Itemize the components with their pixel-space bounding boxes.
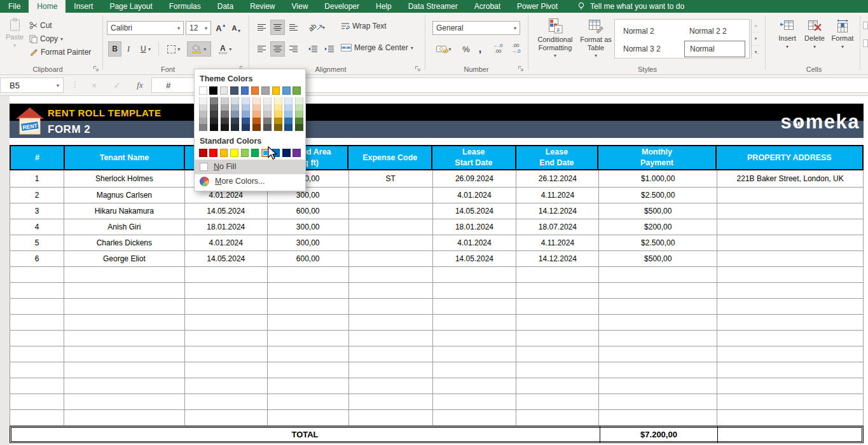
table-cell[interactable] [599, 378, 717, 394]
table-cell[interactable]: 221B Baker Street, London, UK [717, 170, 864, 187]
theme-variant-swatch[interactable] [242, 118, 250, 125]
theme-variant-swatch[interactable] [210, 118, 218, 125]
table-cell[interactable]: $500,00 [599, 203, 717, 219]
tab-power-pivot[interactable]: Power Pivot [509, 0, 566, 13]
standard-color-swatch[interactable] [220, 149, 228, 157]
percent-style-button[interactable]: % [459, 41, 473, 57]
table-cell[interactable] [10, 315, 64, 330]
table-cell[interactable] [349, 235, 433, 250]
theme-color-swatch[interactable] [251, 86, 259, 95]
theme-variant-swatch[interactable] [199, 97, 207, 104]
theme-variant-swatch[interactable] [210, 124, 218, 131]
table-cell[interactable]: 14.05.2024 [433, 251, 517, 266]
theme-variant-swatch[interactable] [284, 104, 293, 111]
table-cell[interactable] [10, 267, 64, 282]
increase-indent-button[interactable] [322, 41, 337, 57]
fill-color-button[interactable]: ▾ [187, 41, 211, 57]
table-cell[interactable] [268, 267, 349, 282]
theme-variant-swatch[interactable] [199, 104, 207, 111]
table-cell[interactable] [64, 299, 185, 314]
table-cell[interactable] [717, 394, 864, 409]
theme-color-swatch[interactable] [261, 86, 270, 95]
table-cell[interactable] [349, 362, 433, 378]
table-cell[interactable] [516, 410, 599, 425]
table-cell[interactable] [599, 283, 717, 298]
theme-variant-swatch[interactable] [231, 118, 239, 125]
tell-me-box[interactable]: Tell me what you want to do [577, 0, 684, 13]
theme-variant-swatch[interactable] [242, 111, 250, 118]
table-cell[interactable]: 14.12.2024 [516, 203, 599, 219]
header-cell[interactable]: Monthly Payment [598, 146, 716, 169]
table-cell[interactable] [185, 299, 268, 314]
table-cell[interactable] [10, 346, 64, 362]
theme-variant-swatch[interactable] [221, 97, 229, 104]
table-cell[interactable] [433, 410, 517, 425]
table-cell[interactable]: $200,00 [599, 219, 717, 235]
table-cell[interactable]: ST [349, 170, 433, 187]
table-cell[interactable]: Hikaru Nakamura [64, 203, 185, 219]
header-cell[interactable]: Tenant Name [65, 146, 185, 169]
standard-color-swatch[interactable] [230, 149, 238, 157]
theme-variant-swatch[interactable] [231, 97, 239, 104]
theme-variant-swatch[interactable] [231, 124, 239, 131]
align-top-button[interactable] [254, 20, 269, 35]
format-as-table-button[interactable]: Format as Table ▾ [577, 18, 614, 58]
table-cell[interactable] [10, 378, 64, 394]
gallery-scroll-down[interactable]: ▼ [752, 32, 760, 46]
theme-variant-swatch[interactable] [242, 104, 250, 111]
table-cell[interactable]: 4.11.2024 [516, 235, 599, 250]
style-normal-selected[interactable]: Normal [684, 41, 745, 57]
italic-button[interactable]: I [123, 41, 134, 57]
table-cell[interactable] [717, 378, 864, 394]
table-cell[interactable]: 1 [10, 170, 64, 187]
table-cell[interactable] [349, 267, 433, 282]
table-cell[interactable]: 14.05.2024 [185, 251, 268, 266]
theme-color-swatch[interactable] [293, 86, 301, 95]
bold-button[interactable]: B [108, 41, 121, 57]
alignment-dialog-launcher[interactable] [415, 65, 422, 72]
style-normal-3-2[interactable]: Normal 3 2 [618, 41, 679, 57]
format-painter-button[interactable]: Format Painter [29, 46, 91, 58]
header-cell[interactable]: Lease Start Date [432, 146, 516, 169]
table-cell[interactable] [64, 394, 185, 409]
wrap-text-button[interactable]: Wrap Text [341, 20, 387, 32]
table-cell[interactable]: 26.12.2024 [516, 170, 599, 187]
table-cell[interactable] [717, 315, 864, 330]
table-cell[interactable] [268, 331, 349, 346]
gallery-scroll-up[interactable]: ▲ [752, 19, 760, 32]
font-size-combo[interactable]: 12▾ [186, 21, 211, 35]
table-cell[interactable] [433, 346, 517, 362]
insert-function-button[interactable]: fx [130, 78, 150, 93]
cut-button[interactable]: Cut [29, 19, 52, 32]
table-cell[interactable] [10, 362, 64, 378]
table-cell[interactable] [599, 315, 717, 330]
tab-home[interactable]: Home [29, 0, 65, 13]
theme-variant-swatch[interactable] [199, 111, 207, 118]
no-fill-option[interactable]: No Fill [195, 160, 305, 174]
table-cell[interactable] [185, 331, 268, 346]
standard-color-swatch[interactable] [199, 149, 207, 157]
align-middle-button[interactable] [270, 20, 285, 35]
header-cell[interactable]: Expense Code [348, 146, 432, 169]
table-cell[interactable] [185, 346, 268, 362]
standard-color-swatch[interactable] [293, 149, 301, 157]
theme-color-swatch[interactable] [220, 86, 228, 95]
table-cell[interactable] [516, 394, 599, 409]
table-cell[interactable] [599, 267, 717, 282]
header-cell[interactable]: # [11, 146, 65, 169]
paste-button[interactable]: Paste ▾ [3, 18, 27, 48]
enter-icon[interactable]: ✓ [107, 78, 127, 93]
table-cell[interactable] [268, 378, 349, 394]
theme-color-swatch[interactable] [209, 86, 217, 95]
underline-button[interactable]: U ▾ [135, 41, 156, 57]
table-cell[interactable]: 14.12.2024 [516, 251, 599, 266]
table-cell[interactable] [349, 299, 433, 314]
table-cell[interactable]: $500,00 [599, 251, 717, 266]
table-cell[interactable] [717, 331, 864, 346]
font-family-combo[interactable]: Calibri▾ [107, 21, 184, 35]
table-cell[interactable]: $2.500,00 [599, 235, 717, 250]
table-cell[interactable] [349, 219, 433, 235]
table-cell[interactable] [516, 378, 599, 394]
standard-color-swatch[interactable] [251, 149, 259, 157]
table-cell[interactable] [717, 299, 864, 314]
